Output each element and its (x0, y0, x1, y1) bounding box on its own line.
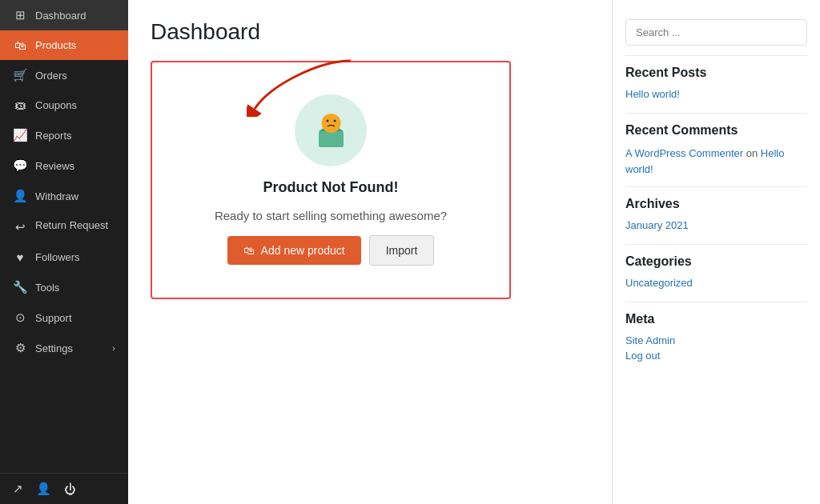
sidebar-item-label: Followers (35, 251, 80, 263)
right-sidebar: Recent Posts Hello world! Recent Comment… (612, 0, 820, 504)
recent-posts-widget: Recent Posts Hello world! (625, 56, 807, 114)
sidebar-item-orders[interactable]: 🛒 Orders (0, 60, 128, 90)
recent-comments-widget: Recent Comments A WordPress Commenter on… (625, 114, 807, 187)
reviews-icon: 💬 (13, 158, 27, 173)
empty-state-actions: 🛍 Add new product Import (227, 235, 435, 266)
sidebar-item-settings[interactable]: ⚙ Settings › (0, 333, 128, 363)
page-title: Dashboard (151, 19, 589, 45)
tools-icon: 🔧 (13, 280, 27, 294)
meta-widget: Meta Site Admin Log out (625, 302, 807, 374)
sidebar-item-label: Dashboard (35, 10, 86, 22)
archives-widget: Archives January 2021 (625, 187, 807, 245)
power-icon[interactable]: ⏻ (64, 482, 76, 496)
commenter-link[interactable]: A WordPress Commenter (625, 147, 743, 159)
search-widget (625, 10, 807, 56)
coupons-icon: 🎟 (13, 98, 27, 112)
sidebar-item-reviews[interactable]: 💬 Reviews (0, 150, 128, 181)
sidebar-bottom: ↗ 👤 ⏻ (0, 473, 128, 504)
sidebar-item-label: Orders (35, 70, 67, 82)
sidebar-item-label: Settings (35, 342, 73, 354)
reports-icon: 📈 (13, 128, 27, 142)
bag-icon: 🛍 (243, 244, 255, 257)
empty-state-subtitle: Ready to start selling something awesome… (215, 209, 447, 222)
sidebar-item-products[interactable]: 🛍 Products (0, 30, 128, 60)
user-icon[interactable]: 👤 (36, 482, 51, 496)
on-text: on (746, 147, 758, 159)
recent-post-link[interactable]: Hello world! (625, 88, 807, 100)
dashboard-icon: ⊞ (13, 8, 27, 22)
sidebar-item-reports[interactable]: 📈 Reports (0, 120, 128, 150)
external-link-icon[interactable]: ↗ (13, 482, 23, 496)
svg-point-5 (333, 119, 336, 122)
withdraw-icon: 👤 (13, 189, 27, 203)
recent-posts-title: Recent Posts (625, 66, 807, 80)
svg-point-3 (321, 114, 340, 133)
site-admin-link[interactable]: Site Admin (625, 334, 807, 346)
empty-state-box: Product Not Found! Ready to start sellin… (151, 61, 511, 299)
sidebar-item-return-request[interactable]: ↩ Return Request (0, 211, 128, 242)
support-icon: ⊙ (13, 310, 27, 325)
sidebar-item-dashboard[interactable]: ⊞ Dashboard (0, 0, 128, 30)
followers-icon: ♥ (13, 250, 27, 264)
search-input[interactable] (625, 19, 807, 46)
sidebar-item-followers[interactable]: ♥ Followers (0, 242, 128, 272)
categories-title: Categories (625, 254, 807, 269)
return-icon: ↩ (13, 220, 27, 234)
sidebar-item-support[interactable]: ⊙ Support (0, 302, 128, 333)
archive-link[interactable]: January 2021 (625, 219, 807, 231)
main-content: Dashboard (128, 0, 612, 504)
sidebar-item-label: Reviews (35, 160, 74, 172)
sidebar: ⊞ Dashboard 🛍 Products 🛒 Orders 🎟 Coupon… (0, 0, 128, 504)
categories-widget: Categories Uncategorized (625, 245, 807, 302)
products-icon: 🛍 (13, 38, 27, 52)
sidebar-item-label: Support (35, 312, 72, 324)
sidebar-item-label: Coupons (35, 99, 77, 111)
sidebar-item-label: Return Request (35, 219, 108, 231)
meta-title: Meta (625, 312, 807, 326)
product-not-found-icon (295, 94, 367, 166)
sidebar-item-label: Tools (35, 282, 59, 294)
sidebar-item-label: Products (35, 39, 76, 51)
recent-comment-text: A WordPress Commenter on Hello world! (625, 146, 807, 177)
sidebar-item-label: Reports (35, 130, 72, 142)
settings-icon: ⚙ (13, 341, 27, 355)
sidebar-item-withdraw[interactable]: 👤 Withdraw (0, 181, 128, 211)
orders-icon: 🛒 (13, 68, 27, 82)
category-link[interactable]: Uncategorized (625, 277, 807, 289)
main-inner: Product Not Found! Ready to start sellin… (151, 61, 589, 299)
svg-point-4 (326, 119, 328, 122)
sidebar-item-tools[interactable]: 🔧 Tools (0, 272, 128, 302)
sidebar-item-label: Withdraw (35, 190, 78, 202)
import-button[interactable]: Import (369, 235, 435, 266)
log-out-link[interactable]: Log out (625, 350, 807, 362)
empty-state-title: Product Not Found! (263, 179, 399, 196)
add-new-product-button[interactable]: 🛍 Add new product (227, 236, 361, 265)
archives-title: Archives (625, 197, 807, 211)
svg-rect-1 (319, 131, 344, 147)
recent-comments-title: Recent Comments (625, 123, 807, 138)
sidebar-item-coupons[interactable]: 🎟 Coupons (0, 90, 128, 120)
